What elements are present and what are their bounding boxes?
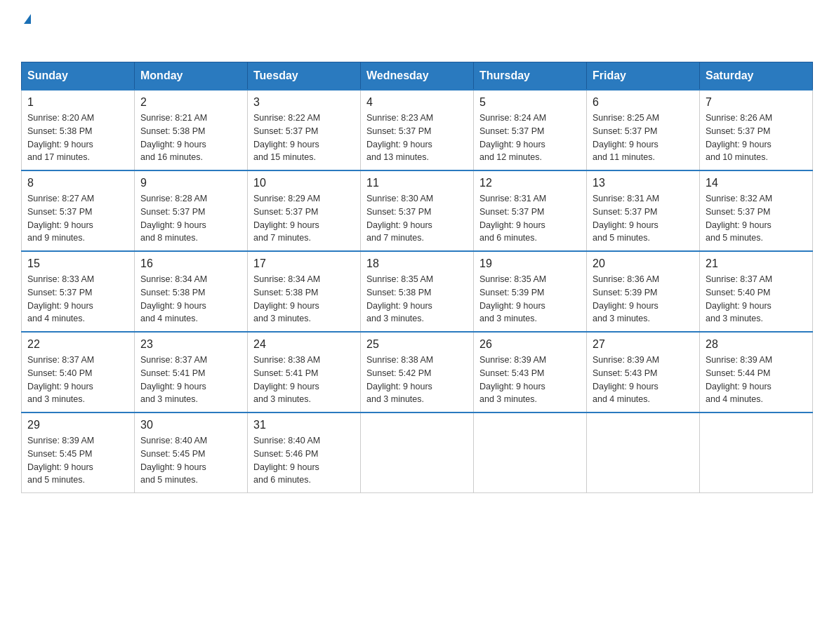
calendar-cell xyxy=(700,412,813,493)
calendar-cell: 23 Sunrise: 8:37 AMSunset: 5:41 PMDaylig… xyxy=(135,332,248,412)
calendar-table: SundayMondayTuesdayWednesdayThursdayFrid… xyxy=(21,62,813,493)
day-info: Sunrise: 8:31 AMSunset: 5:37 PMDaylight:… xyxy=(593,194,659,243)
day-number: 30 xyxy=(140,419,241,431)
week-row-5: 29 Sunrise: 8:39 AMSunset: 5:45 PMDaylig… xyxy=(22,412,813,493)
week-row-3: 15 Sunrise: 8:33 AMSunset: 5:37 PMDaylig… xyxy=(22,251,813,332)
calendar-cell: 20 Sunrise: 8:36 AMSunset: 5:39 PMDaylig… xyxy=(587,251,700,332)
calendar-cell: 4 Sunrise: 8:23 AMSunset: 5:37 PMDayligh… xyxy=(361,90,474,170)
day-info: Sunrise: 8:25 AMSunset: 5:37 PMDaylight:… xyxy=(593,113,659,162)
day-info: Sunrise: 8:22 AMSunset: 5:37 PMDaylight:… xyxy=(253,113,320,162)
calendar-cell: 3 Sunrise: 8:22 AMSunset: 5:37 PMDayligh… xyxy=(248,90,361,170)
calendar-cell: 30 Sunrise: 8:40 AMSunset: 5:45 PMDaylig… xyxy=(135,412,248,493)
col-header-saturday: Saturday xyxy=(700,62,813,90)
day-info: Sunrise: 8:26 AMSunset: 5:37 PMDaylight:… xyxy=(706,113,772,162)
day-number: 31 xyxy=(253,419,355,431)
day-number: 3 xyxy=(253,96,355,109)
calendar-cell: 19 Sunrise: 8:35 AMSunset: 5:39 PMDaylig… xyxy=(474,251,587,332)
day-number: 1 xyxy=(27,96,128,109)
day-info: Sunrise: 8:37 AMSunset: 5:40 PMDaylight:… xyxy=(706,274,772,323)
day-info: Sunrise: 8:39 AMSunset: 5:43 PMDaylight:… xyxy=(593,355,659,404)
week-row-1: 1 Sunrise: 8:20 AMSunset: 5:38 PMDayligh… xyxy=(22,90,813,170)
col-header-sunday: Sunday xyxy=(22,62,135,90)
day-number: 29 xyxy=(27,419,128,431)
day-info: Sunrise: 8:34 AMSunset: 5:38 PMDaylight:… xyxy=(140,274,207,323)
calendar-cell: 24 Sunrise: 8:38 AMSunset: 5:41 PMDaylig… xyxy=(248,332,361,412)
calendar-cell: 16 Sunrise: 8:34 AMSunset: 5:38 PMDaylig… xyxy=(135,251,248,332)
day-info: Sunrise: 8:35 AMSunset: 5:39 PMDaylight:… xyxy=(479,274,546,323)
day-number: 18 xyxy=(366,257,468,270)
calendar-cell: 18 Sunrise: 8:35 AMSunset: 5:38 PMDaylig… xyxy=(361,251,474,332)
day-info: Sunrise: 8:39 AMSunset: 5:43 PMDaylight:… xyxy=(479,355,546,404)
calendar-cell: 14 Sunrise: 8:32 AMSunset: 5:37 PMDaylig… xyxy=(700,170,813,251)
day-info: Sunrise: 8:28 AMSunset: 5:37 PMDaylight:… xyxy=(140,194,207,243)
day-info: Sunrise: 8:39 AMSunset: 5:44 PMDaylight:… xyxy=(706,355,772,404)
calendar-cell: 5 Sunrise: 8:24 AMSunset: 5:37 PMDayligh… xyxy=(474,90,587,170)
page-header xyxy=(21,14,813,48)
day-info: Sunrise: 8:39 AMSunset: 5:45 PMDaylight:… xyxy=(27,436,94,485)
day-info: Sunrise: 8:20 AMSunset: 5:38 PMDaylight:… xyxy=(27,113,94,162)
day-info: Sunrise: 8:32 AMSunset: 5:37 PMDaylight:… xyxy=(706,194,772,243)
calendar-cell: 26 Sunrise: 8:39 AMSunset: 5:43 PMDaylig… xyxy=(474,332,587,412)
day-number: 20 xyxy=(593,257,694,270)
day-number: 7 xyxy=(706,96,807,109)
calendar-cell: 1 Sunrise: 8:20 AMSunset: 5:38 PMDayligh… xyxy=(22,90,135,170)
col-header-monday: Monday xyxy=(135,62,248,90)
col-header-friday: Friday xyxy=(587,62,700,90)
day-info: Sunrise: 8:35 AMSunset: 5:38 PMDaylight:… xyxy=(366,274,433,323)
calendar-cell: 11 Sunrise: 8:30 AMSunset: 5:37 PMDaylig… xyxy=(361,170,474,251)
day-info: Sunrise: 8:40 AMSunset: 5:45 PMDaylight:… xyxy=(140,436,207,485)
day-number: 4 xyxy=(366,96,468,109)
calendar-cell: 17 Sunrise: 8:34 AMSunset: 5:38 PMDaylig… xyxy=(248,251,361,332)
day-number: 17 xyxy=(253,257,355,270)
day-info: Sunrise: 8:34 AMSunset: 5:38 PMDaylight:… xyxy=(253,274,320,323)
logo-blue-text xyxy=(21,25,22,47)
calendar-cell: 12 Sunrise: 8:31 AMSunset: 5:37 PMDaylig… xyxy=(474,170,587,251)
week-row-4: 22 Sunrise: 8:37 AMSunset: 5:40 PMDaylig… xyxy=(22,332,813,412)
day-number: 28 xyxy=(706,338,807,351)
calendar-cell: 9 Sunrise: 8:28 AMSunset: 5:37 PMDayligh… xyxy=(135,170,248,251)
day-number: 8 xyxy=(27,177,128,189)
calendar-cell: 7 Sunrise: 8:26 AMSunset: 5:37 PMDayligh… xyxy=(700,90,813,170)
day-number: 23 xyxy=(140,338,241,351)
day-info: Sunrise: 8:38 AMSunset: 5:42 PMDaylight:… xyxy=(366,355,433,404)
day-number: 25 xyxy=(366,338,468,351)
calendar-cell xyxy=(361,412,474,493)
day-number: 26 xyxy=(479,338,581,351)
day-number: 12 xyxy=(479,177,581,189)
calendar-cell: 31 Sunrise: 8:40 AMSunset: 5:46 PMDaylig… xyxy=(248,412,361,493)
day-number: 11 xyxy=(366,177,468,189)
calendar-cell xyxy=(587,412,700,493)
day-number: 19 xyxy=(479,257,581,270)
day-number: 2 xyxy=(140,96,241,109)
day-number: 16 xyxy=(140,257,241,270)
calendar-cell: 13 Sunrise: 8:31 AMSunset: 5:37 PMDaylig… xyxy=(587,170,700,251)
calendar-cell: 25 Sunrise: 8:38 AMSunset: 5:42 PMDaylig… xyxy=(361,332,474,412)
calendar-cell: 28 Sunrise: 8:39 AMSunset: 5:44 PMDaylig… xyxy=(700,332,813,412)
logo-line1 xyxy=(21,14,31,25)
day-number: 15 xyxy=(27,257,128,270)
calendar-cell: 21 Sunrise: 8:37 AMSunset: 5:40 PMDaylig… xyxy=(700,251,813,332)
day-info: Sunrise: 8:30 AMSunset: 5:37 PMDaylight:… xyxy=(366,194,433,243)
logo xyxy=(21,14,31,48)
day-info: Sunrise: 8:37 AMSunset: 5:41 PMDaylight:… xyxy=(140,355,207,404)
day-info: Sunrise: 8:29 AMSunset: 5:37 PMDaylight:… xyxy=(253,194,320,243)
calendar-cell: 15 Sunrise: 8:33 AMSunset: 5:37 PMDaylig… xyxy=(22,251,135,332)
day-info: Sunrise: 8:27 AMSunset: 5:37 PMDaylight:… xyxy=(27,194,94,243)
logo-line2 xyxy=(21,25,22,48)
day-info: Sunrise: 8:21 AMSunset: 5:38 PMDaylight:… xyxy=(140,113,207,162)
day-number: 6 xyxy=(593,96,694,109)
calendar-cell: 22 Sunrise: 8:37 AMSunset: 5:40 PMDaylig… xyxy=(22,332,135,412)
day-info: Sunrise: 8:24 AMSunset: 5:37 PMDaylight:… xyxy=(479,113,546,162)
calendar-cell: 10 Sunrise: 8:29 AMSunset: 5:37 PMDaylig… xyxy=(248,170,361,251)
day-number: 9 xyxy=(140,177,241,189)
day-number: 24 xyxy=(253,338,355,351)
day-number: 22 xyxy=(27,338,128,351)
calendar-cell: 27 Sunrise: 8:39 AMSunset: 5:43 PMDaylig… xyxy=(587,332,700,412)
day-info: Sunrise: 8:37 AMSunset: 5:40 PMDaylight:… xyxy=(27,355,94,404)
day-info: Sunrise: 8:23 AMSunset: 5:37 PMDaylight:… xyxy=(366,113,433,162)
calendar-cell xyxy=(474,412,587,493)
day-info: Sunrise: 8:31 AMSunset: 5:37 PMDaylight:… xyxy=(479,194,546,243)
calendar-cell: 29 Sunrise: 8:39 AMSunset: 5:45 PMDaylig… xyxy=(22,412,135,493)
day-number: 21 xyxy=(706,257,807,270)
calendar-cell: 2 Sunrise: 8:21 AMSunset: 5:38 PMDayligh… xyxy=(135,90,248,170)
